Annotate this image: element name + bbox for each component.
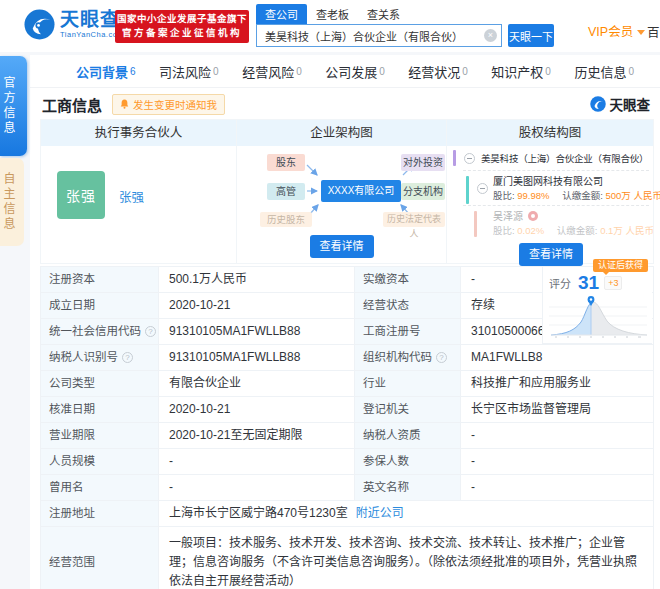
vip-member-menu[interactable]: VIP会员 (588, 21, 645, 40)
search-tab-boss[interactable]: 查老板 (307, 4, 358, 24)
field-label: 参保人数 (355, 449, 461, 474)
tab-company-background[interactable]: 公司背景6 (76, 62, 136, 81)
managing-partner-panel: 执行事务合伙人 张强 张强 (41, 120, 237, 263)
field-value: MA1FWLLB8 (461, 345, 653, 370)
field-label: 经营状态 (355, 293, 461, 318)
sidebar-tab-self-info[interactable]: 自主信息 (0, 158, 24, 246)
clear-icon[interactable]: × (484, 29, 497, 42)
score-distribution-chart (549, 295, 649, 341)
collapse-icon[interactable] (477, 183, 488, 194)
help-icon[interactable]: ? (122, 352, 133, 363)
field-label: 组织机构代码? (355, 345, 461, 370)
equity-shareholder-person[interactable]: 吴泽源 (493, 211, 523, 222)
child2-color-bar (474, 211, 477, 237)
table-row: 曾用名 - 英文名称 - (41, 475, 653, 501)
tab-history-info[interactable]: 历史信息0 (574, 62, 634, 81)
field-value: 2020-10-21至无固定期限 (159, 423, 355, 448)
company-score-widget: 认证后获得 评分 31 +3 (542, 267, 652, 344)
score-value: 31 (578, 272, 599, 294)
root-color-bar (453, 150, 456, 166)
field-value: - (461, 449, 653, 474)
node-company-center[interactable]: XXXX有限公司 (321, 180, 401, 202)
node-executives[interactable]: 高管 (267, 183, 305, 200)
equity-structure-header: 股权结构图 (447, 120, 653, 146)
help-icon[interactable]: ? (436, 352, 447, 363)
field-label: 人员规模 (41, 449, 159, 474)
help-icon[interactable]: ? (145, 326, 156, 337)
table-row-address: 注册地址 上海市长宁区威宁路470号1230室附近公司 (41, 501, 653, 527)
cert-line1: 国家中小企业发展子基金旗下 (115, 12, 249, 26)
collapse-icon[interactable] (464, 153, 475, 164)
equity-view-details-button[interactable]: 查看详情 (519, 243, 583, 266)
node-shareholders[interactable]: 股东 (267, 154, 305, 171)
search-button[interactable]: 天眼一下 (508, 24, 554, 47)
field-label: 纳税人识别号? (41, 345, 159, 370)
table-row: 公司类型 有限合伙企业 行业 科技推广和应用服务业 (41, 371, 653, 397)
search-tab-company[interactable]: 查公司 (256, 4, 307, 24)
company-nav-tabs: 公司背景6 司法风险0 经营风险0 公司发展0 经营状况0 知识产权0 历史信息… (30, 55, 660, 88)
node-history-legal-rep[interactable]: 历史法定代表人 (383, 212, 445, 227)
brand-logo-icon (590, 96, 606, 112)
tab-company-development[interactable]: 公司发展0 (325, 62, 385, 81)
field-value: 2020-10-21 (159, 293, 355, 318)
vip-label: VIP会员 (588, 25, 633, 39)
field-label: 登记机关 (355, 397, 461, 422)
field-value: 上海市长宁区威宁路470号1230室附近公司 (159, 501, 653, 526)
unlock-after-verify-badge[interactable]: 认证后获得 (593, 259, 648, 272)
brand-name: 天眼查 (610, 94, 651, 114)
node-history-shareholders[interactable]: 历史股东 (260, 212, 312, 227)
nearby-companies-link[interactable]: 附近公司 (356, 506, 404, 520)
field-value: - (461, 423, 653, 448)
equity-structure-panel: 股权结构图 美昊科技（上海）合伙企业（有限合伙） 厦门美图网科技有限公司 (447, 120, 653, 263)
field-label: 纳税人资质 (355, 423, 461, 448)
field-label: 经营范围 (41, 527, 159, 589)
clipped-menu-item[interactable]: 百 (647, 22, 660, 41)
divider (463, 205, 649, 206)
section-title: 工商信息 (42, 94, 102, 115)
table-row-business-scope: 经营范围 一般项目：技术服务、技术开发、技术咨询、技术交流、技术转让、技术推广；… (41, 527, 653, 589)
field-label: 实缴资本 (355, 267, 461, 292)
equity-shareholder-company[interactable]: 厦门美图网科技有限公司 (493, 174, 649, 189)
node-branches[interactable]: 分支机构 (401, 183, 445, 200)
field-label: 注册资本 (41, 267, 159, 292)
child-color-bar (466, 176, 469, 204)
tab-operation-status[interactable]: 经营状况0 (408, 62, 468, 81)
brand-watermark: 天眼查 (590, 94, 651, 114)
tab-judicial-risk[interactable]: 司法风险0 (159, 62, 219, 81)
sidebar-tab-official-info[interactable]: 官方信息 (0, 56, 27, 156)
seal-icon (528, 211, 538, 221)
tab-intellectual-property[interactable]: 知识产权0 (491, 62, 551, 81)
chevron-down-icon (637, 30, 645, 35)
main-card: 公司背景6 司法风险0 经营风险0 公司发展0 经营状况0 知识产权0 历史信息… (30, 55, 660, 589)
managing-partner-header: 执行事务合伙人 (41, 120, 236, 146)
tab-operation-risk[interactable]: 经营风险0 (242, 62, 302, 81)
search-input[interactable] (256, 24, 502, 47)
search-tab-relation[interactable]: 查关系 (358, 4, 409, 24)
field-label: 成立日期 (41, 293, 159, 318)
search-area: 查公司 查老板 查关系 × 天眼一下 (256, 5, 554, 47)
bell-icon (120, 99, 129, 109)
node-outbound-investment[interactable]: 对外投资 (401, 154, 445, 171)
notify-label: 发生变更时通知我 (133, 97, 217, 112)
tianyancha-logo[interactable]: 天眼查 TianYanCha.com (24, 9, 124, 40)
partner-name-link[interactable]: 张强 (119, 187, 144, 206)
overview-panels: 执行事务合伙人 张强 张强 企业架构图 (40, 119, 654, 264)
table-row: 人员规模 - 参保人数 - (41, 449, 653, 475)
top-header: 天眼查 TianYanCha.com 国家中小企业发展子基金旗下 官方备案企业征… (0, 0, 660, 52)
partner-avatar[interactable]: 张强 (57, 171, 105, 219)
field-label: 工商注册号 (355, 319, 461, 344)
field-label: 营业期限 (41, 423, 159, 448)
equity-root-company[interactable]: 美昊科技（上海）合伙企业（有限合伙） (481, 151, 648, 165)
org-view-details-button[interactable]: 查看详情 (310, 235, 374, 258)
certification-badge: 国家中小企业发展子基金旗下 官方备案企业征信机构 (115, 10, 249, 43)
tianyancha-logo-icon (24, 9, 55, 40)
table-row: 营业期限 2020-10-21至无固定期限 纳税人资质 - (41, 423, 653, 449)
org-structure-header: 企业架构图 (237, 120, 446, 146)
equity-shareholder-detail: 股比: 99.98% 认缴金额: 500万 人民币 (493, 189, 649, 203)
notify-on-change-button[interactable]: 发生变更时通知我 (112, 94, 225, 115)
table-row: 纳税人识别号? 91310105MA1FWLLB88 组织机构代码? MA1FW… (41, 345, 653, 371)
field-label: 公司类型 (41, 371, 159, 396)
field-value: 91310105MA1FWLLB88 (159, 319, 355, 344)
field-label: 核准日期 (41, 397, 159, 422)
table-row: 核准日期 2020-10-21 登记机关 长宁区市场监督管理局 (41, 397, 653, 423)
